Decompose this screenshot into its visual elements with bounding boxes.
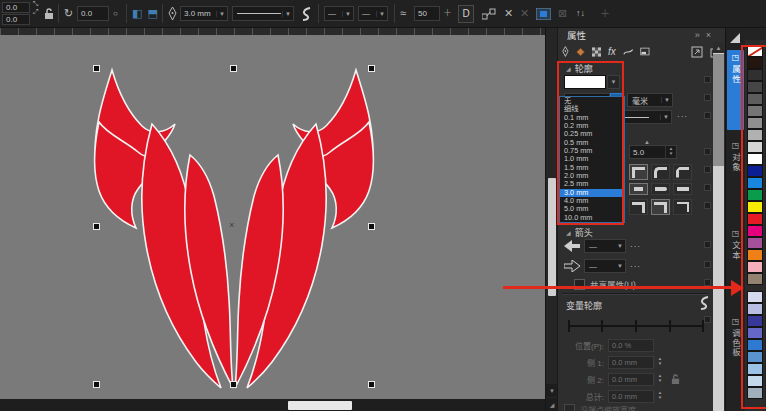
cap-round-button[interactable] xyxy=(651,183,670,195)
miter-limit-field[interactable]: 5.0 ▲▼ xyxy=(629,145,677,159)
color-swatch[interactable] xyxy=(747,249,763,261)
color-swatch[interactable] xyxy=(747,339,763,351)
color-swatch[interactable] xyxy=(747,375,763,387)
corner-round-button[interactable] xyxy=(651,164,670,180)
color-swatch[interactable] xyxy=(747,153,763,165)
smoothness-field[interactable]: 50 xyxy=(414,6,440,21)
vo-field-input[interactable]: 0.0 mm xyxy=(608,373,654,386)
color-swatch[interactable] xyxy=(747,69,763,81)
variable-outline-section-header[interactable]: 变量轮廓 xyxy=(566,299,602,312)
row-indicator[interactable] xyxy=(704,279,711,286)
color-swatch[interactable] xyxy=(747,261,763,273)
outline-width-select[interactable]: 3.0 mm▼ xyxy=(180,6,228,21)
color-swatch[interactable] xyxy=(747,189,763,201)
color-swatch[interactable] xyxy=(747,57,763,69)
color-swatch[interactable] xyxy=(747,201,763,213)
docker-scroll-up-button[interactable]: ▲ xyxy=(713,42,724,53)
color-swatch[interactable] xyxy=(747,165,763,177)
selection-handle[interactable] xyxy=(231,66,236,71)
variable-outline-slider[interactable] xyxy=(568,318,704,332)
docker-scrollbar-thumb[interactable] xyxy=(713,54,724,166)
vertical-scrollbar[interactable]: ▼ ◢ xyxy=(545,28,557,411)
arrow-end-more-button[interactable]: ··· xyxy=(630,262,641,271)
outline-width-dropdown-list[interactable]: 无细线0.1 mm0.2 mm0.25 mm0.5 mm0.75 mm1.0 m… xyxy=(559,96,625,223)
selection-handle[interactable] xyxy=(94,66,99,71)
cap-square-button[interactable] xyxy=(673,183,692,195)
mirror-vertical-button[interactable]: ⬒ xyxy=(147,8,157,19)
no-color-swatch[interactable] xyxy=(747,45,763,57)
arrow-start-select[interactable]: —▼ xyxy=(324,6,354,21)
horizontal-scrollbar[interactable] xyxy=(0,399,545,411)
corner-miter-button[interactable] xyxy=(629,164,648,180)
color-swatch[interactable] xyxy=(747,303,763,315)
selection-handle[interactable] xyxy=(369,66,374,71)
row-indicator[interactable] xyxy=(704,316,711,323)
docker-tab-2[interactable]: ◳对象 xyxy=(727,138,744,218)
share-attributes-checkbox[interactable] xyxy=(574,279,585,290)
smooth-swirl-icon[interactable] xyxy=(300,0,313,27)
docker-tab-1[interactable]: ◳属性 xyxy=(727,50,744,130)
color-swatch[interactable] xyxy=(747,105,763,117)
selected-box-icon[interactable] xyxy=(536,0,551,27)
arrow-start-more-button[interactable]: ··· xyxy=(630,242,641,251)
arrow-end-select[interactable]: —▼ xyxy=(358,6,388,21)
color-swatch[interactable] xyxy=(747,81,763,93)
horizontal-scrollbar-thumb[interactable] xyxy=(288,401,352,410)
object-height-field[interactable]: 0.0 xyxy=(2,14,30,25)
selection-handle[interactable] xyxy=(231,382,236,387)
row-indicator[interactable] xyxy=(704,241,711,248)
arrows-section-header[interactable]: ◢箭头 xyxy=(566,226,593,239)
selection-handle[interactable] xyxy=(94,382,99,387)
row-indicator[interactable] xyxy=(704,148,711,155)
row-indicator[interactable] xyxy=(704,184,711,191)
docker-collapse-button[interactable]: » xyxy=(695,30,700,40)
vo-field-input[interactable]: 0.0 mm xyxy=(608,356,654,369)
color-swatch[interactable] xyxy=(747,141,763,153)
arrow-start-style-select[interactable]: —▼ xyxy=(584,239,626,253)
tabstrip-corner-icon[interactable] xyxy=(729,32,741,44)
color-swatch[interactable] xyxy=(747,327,763,339)
color-swatch[interactable] xyxy=(747,363,763,375)
vo-field-spinner[interactable]: ▲▼ xyxy=(654,356,665,368)
selection-handle[interactable] xyxy=(369,382,374,387)
flame-logo-artwork[interactable] xyxy=(0,28,545,411)
drawing-canvas[interactable]: × xyxy=(0,28,545,411)
effects-tab-icon[interactable]: fx xyxy=(608,46,616,57)
reduce-nodes-icon[interactable] xyxy=(482,0,496,27)
rotation-angle-field[interactable]: 0.0 xyxy=(77,6,109,21)
outline-section-header[interactable]: ◢轮廓 xyxy=(566,62,593,75)
color-swatch[interactable] xyxy=(747,129,763,141)
row-indicator[interactable] xyxy=(704,166,711,173)
outline-outside-button[interactable] xyxy=(629,199,648,215)
transparency-tab-icon[interactable] xyxy=(592,46,601,58)
row-indicator[interactable] xyxy=(704,94,711,101)
pin-docker-icon[interactable] xyxy=(691,46,703,58)
line-style-more-button[interactable]: ··· xyxy=(677,112,688,121)
object-width-field[interactable]: 0.0 xyxy=(2,2,30,13)
outline-style-select[interactable]: ▼ xyxy=(232,6,294,21)
mirror-horizontal-button[interactable]: ◧ xyxy=(132,8,142,19)
row-indicator[interactable] xyxy=(704,112,711,119)
selection-handle[interactable] xyxy=(369,224,374,229)
outline-tab-icon[interactable] xyxy=(562,45,569,58)
outline-units-select[interactable]: 毫米▼ xyxy=(627,93,673,107)
color-swatch[interactable] xyxy=(747,93,763,105)
smoothness-stepper[interactable]: ＋ xyxy=(443,0,452,27)
row-indicator[interactable] xyxy=(704,76,711,83)
width-option-10.0mm[interactable]: 10.0 mm xyxy=(560,214,624,222)
knife-icon[interactable]: ✕ xyxy=(504,0,513,27)
color-swatch[interactable] xyxy=(747,237,763,249)
vo-field-input[interactable]: 0.0 mm xyxy=(608,390,654,403)
frame-tab-icon[interactable] xyxy=(640,46,650,57)
variable-outline-swirl-icon[interactable] xyxy=(698,296,711,314)
vo-field-input[interactable]: 0.0 % xyxy=(608,339,654,352)
row-indicator[interactable] xyxy=(704,261,711,268)
outline-centered-button[interactable] xyxy=(651,199,670,215)
color-swatch[interactable] xyxy=(747,177,763,189)
outline-inside-button[interactable] xyxy=(673,199,692,215)
lock-sides-icon[interactable] xyxy=(671,374,680,385)
color-swatch[interactable] xyxy=(747,225,763,237)
close-curve-button[interactable]: D xyxy=(458,5,474,23)
scale-ends-checkbox[interactable] xyxy=(564,404,575,411)
vertical-scrollbar-thumb[interactable] xyxy=(548,178,556,296)
